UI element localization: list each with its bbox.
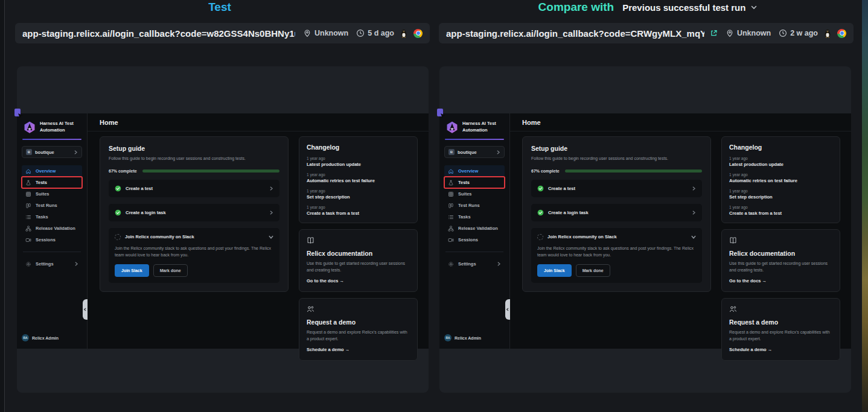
harness-logo-icon: [445, 121, 459, 134]
left-location-label: Unknown: [314, 29, 348, 37]
user-menu[interactable]: RA Relicx Admin: [22, 334, 59, 341]
join-slack-button[interactable]: Join Slack: [115, 264, 149, 277]
join-slack-buttons: Join Slack Mark done: [537, 264, 696, 277]
left-app-screenshot: Harness AI Test Automation B boutique Ov…: [17, 113, 429, 349]
sidebar-item-sessions[interactable]: Sessions: [22, 234, 82, 246]
sidebar-item-overview[interactable]: Overview: [444, 165, 505, 177]
sidebar-item-settings[interactable]: Settings: [22, 258, 82, 270]
avatar: RA: [444, 334, 452, 341]
project-selector[interactable]: B boutique: [22, 146, 82, 158]
left-header: Test: [5, 1, 434, 14]
right-column: Changelog 1 year ago Latest production u…: [721, 136, 840, 361]
request-demo-card: Request a demo Request a demo and explor…: [721, 298, 840, 361]
sidebar-item-release-validation[interactable]: Release Validation: [22, 223, 82, 234]
sidebar-item-settings[interactable]: Settings: [444, 258, 505, 270]
sidebar-item-tasks[interactable]: Tasks: [444, 211, 505, 223]
progress-bar: [565, 170, 702, 173]
join-slack-description: Join the Relicx community slack to ask q…: [115, 245, 273, 258]
progress-bar: [142, 170, 279, 173]
sidebar-item-sessions[interactable]: Sessions: [444, 234, 505, 246]
right-column: Changelog 1 year ago Latest production u…: [299, 136, 418, 361]
setup-task-create-login-task[interactable]: Create a login task: [531, 204, 702, 221]
setup-guide-subtitle: Follow this guide to begin recording use…: [109, 156, 279, 162]
app-sidebar: Harness AI Test Automation B boutique Ov…: [439, 113, 510, 349]
chevron-right-icon: [74, 262, 78, 266]
project-selector[interactable]: B boutique: [444, 146, 505, 158]
harness-app: Harness AI Test Automation B boutique Ov…: [439, 113, 851, 349]
page-title: Home: [522, 119, 541, 126]
setup-guide-title: Setup guide: [109, 145, 279, 152]
right-age-label: 2 w ago: [790, 29, 818, 37]
sidebar-collapse-handle[interactable]: [505, 299, 510, 320]
setup-task-create-test[interactable]: Create a test: [531, 180, 702, 197]
request-demo-description: Request a demo and explore Relicx's capa…: [729, 329, 832, 342]
sidebar-item-release-validation[interactable]: Release Validation: [444, 223, 505, 234]
chevron-down-icon: [269, 235, 273, 239]
check-circle-icon: [115, 185, 121, 192]
changelog-entry: 1 year ago Create a task from a test: [729, 205, 832, 216]
sidebar-item-test-runs[interactable]: Test Runs: [444, 200, 505, 211]
app-main: Home Setup guide Follow this guide to be…: [88, 113, 429, 349]
setup-task-create-login-task[interactable]: Create a login task: [109, 204, 279, 221]
changelog-entry: 1 year ago Latest production update: [729, 156, 832, 167]
schedule-demo-link[interactable]: Schedule a demo →: [307, 347, 349, 352]
mark-done-button[interactable]: Mark done: [153, 264, 188, 277]
sidebar-item-tests[interactable]: Tests: [444, 177, 505, 188]
cursor-marker: [437, 109, 443, 116]
project-initial-badge: B: [448, 149, 455, 155]
workflow-icon: [25, 226, 31, 232]
external-link-icon[interactable]: [710, 29, 718, 37]
users-icon: [307, 305, 314, 313]
right-url-bar: app-staging.relicx.ai/login_callback?cod…: [439, 23, 854, 43]
join-slack-header[interactable]: Join Relicx community on Slack: [115, 234, 273, 240]
sidebar-item-tasks[interactable]: Tasks: [22, 211, 82, 223]
app-main: Home Setup guide Follow this guide to be…: [510, 113, 851, 349]
setup-guide-subtitle: Follow this guide to begin recording use…: [531, 156, 702, 162]
go-to-docs-link[interactable]: Go to the docs →: [307, 278, 344, 284]
go-to-docs-link[interactable]: Go to the docs →: [729, 278, 767, 284]
check-circle-icon: [115, 209, 121, 216]
join-slack-header[interactable]: Join Relicx community on Slack: [537, 234, 696, 240]
project-name: boutique: [35, 150, 71, 155]
sidebar-item-overview[interactable]: Overview: [22, 165, 82, 177]
sidebar-divider: [23, 252, 81, 252]
sidebar-collapse-handle[interactable]: [83, 299, 88, 320]
workflow-icon: [448, 226, 454, 232]
setup-guide-title: Setup guide: [531, 145, 702, 152]
sidebar-item-suites[interactable]: Suites: [22, 188, 82, 200]
linux-tux-icon: [400, 29, 408, 38]
sidebar-item-test-runs[interactable]: Test Runs: [22, 200, 82, 211]
brand-divider: [445, 139, 504, 140]
chevron-left-icon: [83, 308, 87, 311]
sidebar-item-suites[interactable]: Suites: [444, 188, 505, 200]
changelog-entry: 1 year ago Automatic retries on test fai…: [729, 173, 832, 183]
mark-done-button[interactable]: Mark done: [576, 264, 610, 277]
chevron-right-icon: [497, 262, 501, 266]
clock-icon: [779, 29, 787, 37]
gear-icon: [25, 261, 31, 267]
schedule-demo-link[interactable]: Schedule a demo →: [729, 347, 772, 352]
compare-with-title: Compare with: [538, 1, 614, 14]
user-name: Relicx Admin: [32, 336, 59, 340]
check-circle-icon: [537, 209, 544, 216]
list-icon: [25, 214, 31, 220]
right-location-meta: Unknown: [726, 29, 771, 37]
sidebar-item-tests[interactable]: Tests: [22, 177, 82, 188]
video-icon: [25, 237, 31, 243]
compare-run-selector[interactable]: Previous successful test run: [622, 2, 758, 13]
changelog-title: Changelog: [307, 144, 410, 151]
progress-label: 67% complete: [531, 169, 560, 173]
header-row: Test Compare with Previous successful te…: [0, 0, 868, 14]
user-menu[interactable]: RA Relicx Admin: [444, 334, 481, 341]
sidebar-nav: Overview Tests Suites Test Runs Tasks: [22, 165, 82, 246]
check-circle-icon: [537, 185, 544, 192]
clock-icon: [356, 29, 365, 37]
project-initial-badge: B: [26, 149, 32, 155]
project-name: boutique: [458, 150, 493, 155]
setup-task-create-test[interactable]: Create a test: [109, 180, 279, 197]
sidebar-divider: [445, 252, 503, 252]
right-url-text: app-staging.relicx.ai/login_callback?cod…: [446, 28, 704, 39]
page-title: Home: [100, 119, 118, 126]
join-slack-button[interactable]: Join Slack: [537, 264, 572, 277]
chevron-left-icon: [506, 308, 509, 311]
